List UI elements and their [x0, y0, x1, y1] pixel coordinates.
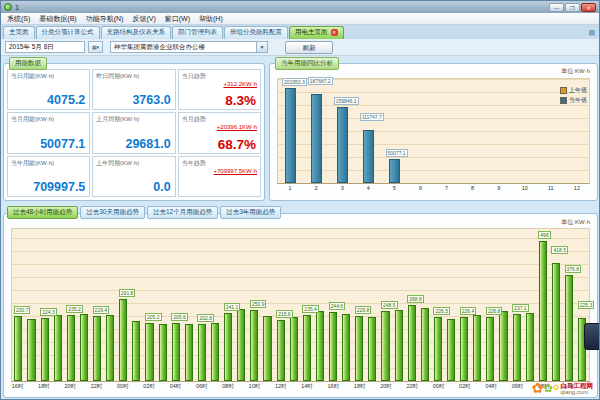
trend-delta-link[interactable]: +20396.1KW·h	[217, 124, 257, 130]
trend-tab-3y[interactable]: 过去3年用能趋势	[220, 206, 281, 219]
menu-item-nav[interactable]: 功能导航(N)	[86, 14, 124, 24]
x-tick: 12	[564, 185, 590, 196]
bar-slot: 230.7	[12, 229, 25, 381]
bar-slot	[497, 229, 510, 381]
bar-slot: 187687.2	[304, 79, 330, 183]
bar	[552, 263, 560, 381]
x-tick: 1	[277, 185, 303, 196]
bar	[363, 130, 374, 183]
trend-tab-12m[interactable]: 过去12个月用能趋势	[147, 206, 218, 219]
stats-panel-title: 用能数据	[9, 57, 47, 70]
bar	[159, 324, 167, 381]
maximize-button[interactable]: ❐	[565, 3, 580, 12]
bar	[447, 319, 455, 381]
menu-item-system[interactable]: 系统(S)	[7, 14, 30, 24]
x-tick: 5	[381, 185, 407, 196]
trend-tab-48h[interactable]: 过去48小时用能趋势	[7, 206, 78, 219]
tab-close-icon[interactable]: ✕	[331, 29, 338, 36]
stat-card-value: 50077.1	[40, 137, 85, 151]
tab-item[interactable]: 班组分类能耗配置	[224, 26, 288, 39]
bar	[67, 315, 75, 381]
tab-item[interactable]: 部门管理列表	[172, 26, 223, 39]
bar-value-label: 230.7	[14, 306, 31, 314]
minimize-button[interactable]: —	[549, 3, 564, 12]
stat-card-value: 3763.0	[132, 93, 170, 107]
bar	[290, 317, 298, 381]
x-tick	[393, 383, 406, 394]
x-tick: 11	[538, 185, 564, 196]
bar-slot	[182, 229, 195, 381]
tab-overflow-icon[interactable]: ▤	[588, 29, 595, 37]
menu-item-help[interactable]: 帮助(H)	[199, 14, 223, 24]
bar	[211, 323, 219, 381]
stat-card-title: 当月趋势	[179, 113, 260, 124]
bar	[224, 313, 232, 381]
bar	[119, 299, 127, 381]
tab-item[interactable]: 分类分项计算公式	[36, 26, 100, 39]
bar-slot: 205.6	[169, 229, 182, 381]
bar	[172, 323, 180, 381]
trend-delta-link[interactable]: +312.2KW·h	[223, 81, 257, 87]
bar-slot: 496	[536, 229, 549, 381]
bar	[316, 311, 324, 381]
x-tick	[129, 383, 142, 394]
stat-card-title: 当日趋势	[179, 70, 260, 81]
x-tick: 06时	[511, 383, 524, 394]
x-tick	[419, 383, 432, 394]
x-tick: 16时	[327, 383, 340, 394]
bar-value-label: 201953.3	[282, 78, 307, 86]
bar-value-label: 268.8	[407, 295, 424, 303]
building-select[interactable]: 神华集团黄骅港企业联合办公楼 ▼	[110, 41, 268, 53]
app-window: 1 — ❐ ✕ 系统(S) 基础数据(B) 功能导航(N) 反馈(V) 窗口(W…	[0, 0, 600, 400]
close-button[interactable]: ✕	[581, 3, 596, 12]
bar-slot	[209, 229, 222, 381]
bar	[513, 314, 521, 381]
x-tick	[498, 383, 511, 394]
bar	[389, 159, 400, 183]
bar-slot	[408, 79, 434, 183]
trend-tab-bar: 过去48小时用能趋势 过去30天用能趋势 过去12个月用能趋势 过去3年用能趋势	[7, 206, 281, 219]
tab-item[interactable]: 支路结构及仪表关系	[101, 26, 172, 39]
menu-item-window[interactable]: 窗口(W)	[165, 14, 190, 24]
bar-slot: 248.5	[379, 229, 392, 381]
bar-value-label: 241.1	[224, 303, 241, 311]
chevron-down-icon[interactable]: ▼	[256, 42, 267, 52]
bar	[93, 316, 101, 381]
x-tick	[103, 383, 116, 394]
bar-value-label: 244.6	[329, 302, 346, 310]
bar-slot	[25, 229, 38, 381]
stat-card-value: 709997.5	[33, 180, 85, 194]
x-tick: 06时	[195, 383, 208, 394]
bar-slot	[511, 79, 537, 183]
bar	[355, 316, 363, 381]
tab-item[interactable]: 主页面	[3, 26, 35, 39]
x-tick: 02时	[458, 383, 471, 394]
trend-delta-link[interactable]: +709997.5KW·h	[213, 168, 257, 174]
trend-percent: 8.3%	[225, 93, 256, 108]
trend-tab-30d[interactable]: 过去30天用能趋势	[80, 206, 145, 219]
refresh-button[interactable]: 刷新	[285, 41, 333, 54]
bar-value-label: 159846.1	[334, 97, 359, 105]
stat-card-title: 昨日同期(KW·h)	[93, 70, 174, 81]
menu-item-feedback[interactable]: 反馈(V)	[132, 14, 155, 24]
menu-item-basedata[interactable]: 基础数据(B)	[39, 14, 76, 24]
calendar-dropdown-icon[interactable]: ▦▾	[88, 41, 103, 53]
floating-widget[interactable]	[584, 323, 599, 350]
stat-card: 昨日同期(KW·h) 3763.0	[92, 69, 175, 110]
bar-value-label: 235.2	[66, 305, 83, 313]
yearly-plot: 201953.3187687.2159846.1111747.750077.1	[277, 78, 590, 184]
title-bar: 1 — ❐ ✕	[1, 1, 599, 13]
x-tick	[287, 383, 300, 394]
date-input[interactable]: 2015年 5月 8日	[5, 41, 85, 53]
x-tick: 18时	[37, 383, 50, 394]
bar-slot: 268.8	[405, 229, 418, 381]
window-controls: — ❐ ✕	[549, 3, 596, 12]
bar-slot: 244.6	[327, 229, 340, 381]
legend-label: 上年值	[569, 86, 587, 95]
tab-item-active[interactable]: 用电主页面 ✕	[289, 26, 344, 39]
stat-card-trend: 当日趋势 +312.2KW·h 8.3%	[178, 69, 261, 110]
x-tick: 6	[407, 185, 433, 196]
bar-value-label: 229.4	[93, 306, 110, 314]
bar-value-label: 250.9	[250, 300, 267, 308]
x-tick	[50, 383, 63, 394]
